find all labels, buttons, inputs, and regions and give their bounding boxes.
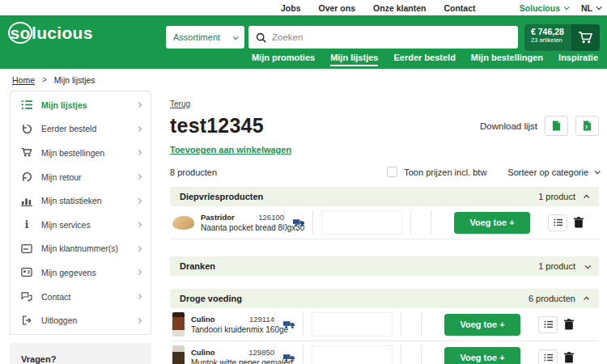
language-label: NL [581,3,592,13]
brand-dropdown-label: Solucious [520,3,560,13]
brand-dropdown[interactable]: Solucious [520,3,568,13]
add-product-button[interactable]: Voeg toe + [444,347,520,364]
cart-icon [20,147,33,158]
top-links: Jobs Over ons Onze klanten Contact [281,0,476,15]
logo-text: lucious [32,23,93,43]
category-name: Diepvriesproducten [180,192,263,201]
add-list-to-cart-link[interactable]: Toevoegen aan winkelwagen [170,145,291,154]
nav-mijn-promoties[interactable]: Mijn promoties [252,53,315,66]
chevron-down-icon [595,168,601,174]
move-to-list-button[interactable] [538,349,558,364]
sidebar-item-mijn-lijstjes[interactable]: Mijn lijstjes [11,93,151,117]
solucious-logo[interactable]: solucious [8,22,93,44]
nav-eerder-besteld[interactable]: Eerder besteld [393,53,455,66]
divider [401,312,401,336]
product-name: Tandoori kruidenmix 160ge [191,325,274,334]
top-link-over-ons[interactable]: Over ons [319,3,356,13]
cart-button[interactable]: € 746,28 23 artikelen [524,24,600,51]
list-icon [544,320,553,328]
chevron-right-icon [136,174,142,180]
assortment-dropdown[interactable]: Assortiment [166,26,244,49]
nav-mijn-lijstjes[interactable]: Mijn lijstjes [330,53,378,66]
show-prices-toggle[interactable]: Toon prijzen incl. btw [387,167,486,177]
chevron-down-icon [233,34,239,40]
cart-item-count: 23 artikelen [531,36,565,44]
divider [401,345,401,364]
show-prices-checkbox[interactable] [387,167,397,177]
delete-product-icon[interactable] [574,217,584,228]
id-card-icon [20,268,33,277]
sidebar-item-label: Eerder besteld [41,124,96,133]
category-section-droge-voeding: Droge voeding 6 producten Culino 129114 … [170,289,599,364]
chevron-right-icon [136,246,142,252]
download-excel-button[interactable]: x [575,116,599,136]
category-toggle[interactable]: 1 product [538,192,589,201]
sidebar-item-mijn-services[interactable]: i Mijn services [11,213,151,237]
sidebar-item-label: Mijn retour [41,172,82,182]
delete-product-icon[interactable] [564,352,574,363]
category-header: Dranken 1 product [170,256,599,276]
download-pdf-button[interactable] [545,116,568,136]
product-image [172,345,185,364]
section-gap [170,276,599,289]
product-name: Naanta pocket bread 80gx30 [201,223,284,232]
move-to-list-button[interactable] [538,316,558,333]
search-input[interactable] [272,32,511,42]
product-info: Culino 129850 Muntok witte peper gemalen [191,348,274,364]
card-icon [20,244,33,253]
category-toggle[interactable]: 6 producten [528,294,589,303]
sidebar-item-label: Mijn gegevens [41,268,96,277]
sidebar-item-label: Contact [41,292,70,302]
top-link-onze-klanten[interactable]: Onze klanten [373,3,426,13]
pdf-file-icon [552,121,561,131]
divider [421,312,422,336]
top-link-jobs[interactable]: Jobs [281,3,301,13]
excel-file-icon: x [583,121,592,131]
sidebar-item-label: Mijn bestellingen [41,148,104,158]
logout-icon [20,315,33,325]
add-product-button[interactable]: Voeg toe + [444,314,520,336]
sort-dropdown[interactable]: Sorteer op categorie [507,167,599,177]
cart-total: € 746,28 [531,27,565,36]
nav-inspiratie[interactable]: Inspiratie [558,53,598,66]
price-placeholder [321,210,402,235]
back-link[interactable]: Terug [170,99,190,108]
category-count: 1 product [538,261,575,271]
sidebar-item-mijn-gegevens[interactable]: Mijn gegevens [11,260,151,285]
language-dropdown[interactable]: NL [581,3,601,13]
list-icon [20,99,33,110]
nav-mijn-bestellingen[interactable]: Mijn bestellingen [471,53,543,66]
category-toggle[interactable]: 1 product [538,261,589,271]
sidebar-item-uitloggen[interactable]: Uitloggen [11,308,151,332]
product-count: 8 producten [170,167,217,177]
sidebar-item-mijn-klantnummers[interactable]: Mijn klantnummer(s) [11,237,151,261]
cart-icon [571,24,600,51]
sidebar-item-mijn-bestellingen[interactable]: Mijn bestellingen [11,141,151,165]
history-icon [20,124,33,134]
add-product-button[interactable]: Voeg toe + [454,212,530,234]
product-brand: Pastridor [201,213,235,222]
chevron-right-icon [136,198,142,204]
sidebar-item-label: Uitloggen [41,315,77,325]
product-info: Pastridor 126100 Naanta pocket bread 80g… [201,213,284,232]
divider [431,210,431,235]
breadcrumb-current: Mijn lijstjes [54,75,96,85]
move-to-list-button[interactable] [548,214,567,231]
breadcrumb: Home > Mijn lijstjes [0,69,607,91]
delete-product-icon[interactable] [564,319,574,330]
sidebar-item-eerder-besteld[interactable]: Eerder besteld [11,117,151,142]
sidebar-item-label: Mijn klantnummer(s) [41,243,118,253]
category-count: 6 producten [528,294,575,303]
product-brand: Culino [191,348,215,357]
sidebar-item-mijn-statistieken[interactable]: Mijn statistieken [11,188,151,213]
sidebar-item-contact[interactable]: Contact [11,285,151,309]
download-group: Download lijst x [480,116,599,136]
download-label: Download lijst [480,121,537,131]
top-link-contact[interactable]: Contact [444,3,475,13]
product-info: Culino 129114 Tandoori kruidenmix 160ge [191,315,274,334]
show-prices-label: Toon prijzen incl. btw [404,167,486,177]
price-placeholder [312,312,393,336]
breadcrumb-home-link[interactable]: Home [12,75,35,85]
chevron-down-icon [564,4,570,10]
sidebar-item-mijn-retour[interactable]: Mijn retour [11,165,151,189]
